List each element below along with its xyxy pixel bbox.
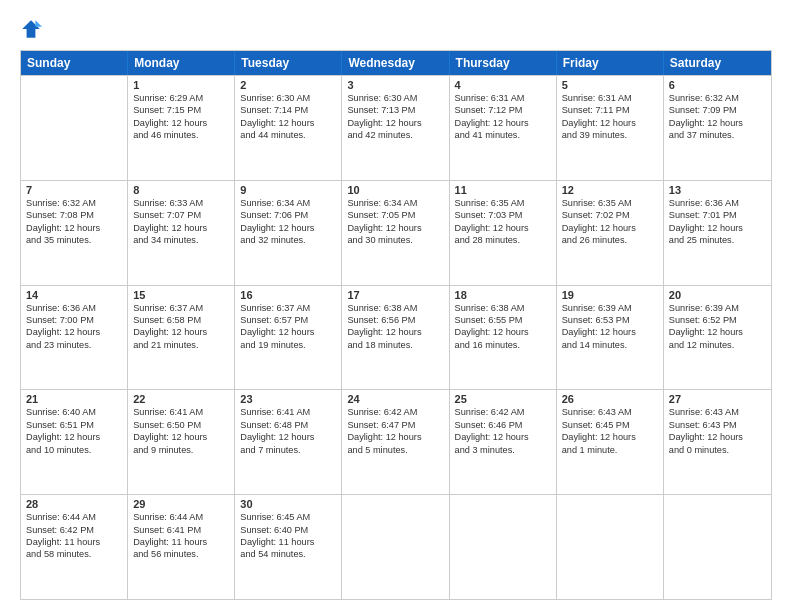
- cell-info: Sunrise: 6:37 AM Sunset: 6:58 PM Dayligh…: [133, 302, 229, 352]
- cell-date: 30: [240, 498, 336, 510]
- cal-header-friday: Friday: [557, 51, 664, 75]
- calendar-cell: 18Sunrise: 6:38 AM Sunset: 6:55 PM Dayli…: [450, 286, 557, 390]
- calendar-cell: [21, 76, 128, 180]
- cell-info: Sunrise: 6:30 AM Sunset: 7:13 PM Dayligh…: [347, 92, 443, 142]
- calendar-cell: 19Sunrise: 6:39 AM Sunset: 6:53 PM Dayli…: [557, 286, 664, 390]
- cell-info: Sunrise: 6:39 AM Sunset: 6:52 PM Dayligh…: [669, 302, 766, 352]
- calendar-cell: 14Sunrise: 6:36 AM Sunset: 7:00 PM Dayli…: [21, 286, 128, 390]
- cell-info: Sunrise: 6:36 AM Sunset: 7:00 PM Dayligh…: [26, 302, 122, 352]
- calendar-cell: [450, 495, 557, 599]
- calendar-cell: 8Sunrise: 6:33 AM Sunset: 7:07 PM Daylig…: [128, 181, 235, 285]
- cell-info: Sunrise: 6:45 AM Sunset: 6:40 PM Dayligh…: [240, 511, 336, 561]
- calendar-cell: 7Sunrise: 6:32 AM Sunset: 7:08 PM Daylig…: [21, 181, 128, 285]
- cal-header-thursday: Thursday: [450, 51, 557, 75]
- cell-date: 17: [347, 289, 443, 301]
- logo-icon: [20, 18, 42, 40]
- cell-info: Sunrise: 6:42 AM Sunset: 6:47 PM Dayligh…: [347, 406, 443, 456]
- cell-date: 6: [669, 79, 766, 91]
- cell-date: 28: [26, 498, 122, 510]
- cell-date: 18: [455, 289, 551, 301]
- calendar-cell: 5Sunrise: 6:31 AM Sunset: 7:11 PM Daylig…: [557, 76, 664, 180]
- cell-date: 23: [240, 393, 336, 405]
- cell-date: 24: [347, 393, 443, 405]
- cell-date: 16: [240, 289, 336, 301]
- calendar-cell: 23Sunrise: 6:41 AM Sunset: 6:48 PM Dayli…: [235, 390, 342, 494]
- cell-info: Sunrise: 6:42 AM Sunset: 6:46 PM Dayligh…: [455, 406, 551, 456]
- calendar-cell: 27Sunrise: 6:43 AM Sunset: 6:43 PM Dayli…: [664, 390, 771, 494]
- cell-info: Sunrise: 6:40 AM Sunset: 6:51 PM Dayligh…: [26, 406, 122, 456]
- cell-info: Sunrise: 6:34 AM Sunset: 7:05 PM Dayligh…: [347, 197, 443, 247]
- cell-info: Sunrise: 6:35 AM Sunset: 7:02 PM Dayligh…: [562, 197, 658, 247]
- cell-date: 8: [133, 184, 229, 196]
- cell-info: Sunrise: 6:38 AM Sunset: 6:56 PM Dayligh…: [347, 302, 443, 352]
- cell-date: 22: [133, 393, 229, 405]
- calendar-cell: [557, 495, 664, 599]
- calendar-cell: 3Sunrise: 6:30 AM Sunset: 7:13 PM Daylig…: [342, 76, 449, 180]
- calendar-cell: 2Sunrise: 6:30 AM Sunset: 7:14 PM Daylig…: [235, 76, 342, 180]
- cell-date: 13: [669, 184, 766, 196]
- cell-date: 26: [562, 393, 658, 405]
- cell-date: 12: [562, 184, 658, 196]
- calendar-cell: [342, 495, 449, 599]
- cell-info: Sunrise: 6:31 AM Sunset: 7:12 PM Dayligh…: [455, 92, 551, 142]
- cal-header-saturday: Saturday: [664, 51, 771, 75]
- calendar-cell: [664, 495, 771, 599]
- cell-date: 25: [455, 393, 551, 405]
- cell-date: 10: [347, 184, 443, 196]
- cell-info: Sunrise: 6:32 AM Sunset: 7:08 PM Dayligh…: [26, 197, 122, 247]
- calendar-week-4: 21Sunrise: 6:40 AM Sunset: 6:51 PM Dayli…: [21, 389, 771, 494]
- calendar-cell: 10Sunrise: 6:34 AM Sunset: 7:05 PM Dayli…: [342, 181, 449, 285]
- cal-header-tuesday: Tuesday: [235, 51, 342, 75]
- calendar: SundayMondayTuesdayWednesdayThursdayFrid…: [20, 50, 772, 600]
- cell-date: 4: [455, 79, 551, 91]
- cal-header-wednesday: Wednesday: [342, 51, 449, 75]
- cell-info: Sunrise: 6:39 AM Sunset: 6:53 PM Dayligh…: [562, 302, 658, 352]
- cell-info: Sunrise: 6:44 AM Sunset: 6:42 PM Dayligh…: [26, 511, 122, 561]
- cell-date: 29: [133, 498, 229, 510]
- cell-info: Sunrise: 6:36 AM Sunset: 7:01 PM Dayligh…: [669, 197, 766, 247]
- cell-info: Sunrise: 6:41 AM Sunset: 6:50 PM Dayligh…: [133, 406, 229, 456]
- calendar-cell: 25Sunrise: 6:42 AM Sunset: 6:46 PM Dayli…: [450, 390, 557, 494]
- calendar-cell: 11Sunrise: 6:35 AM Sunset: 7:03 PM Dayli…: [450, 181, 557, 285]
- cell-date: 5: [562, 79, 658, 91]
- cell-date: 2: [240, 79, 336, 91]
- cell-info: Sunrise: 6:29 AM Sunset: 7:15 PM Dayligh…: [133, 92, 229, 142]
- calendar-cell: 12Sunrise: 6:35 AM Sunset: 7:02 PM Dayli…: [557, 181, 664, 285]
- calendar-cell: 9Sunrise: 6:34 AM Sunset: 7:06 PM Daylig…: [235, 181, 342, 285]
- calendar-cell: 1Sunrise: 6:29 AM Sunset: 7:15 PM Daylig…: [128, 76, 235, 180]
- calendar-week-1: 1Sunrise: 6:29 AM Sunset: 7:15 PM Daylig…: [21, 75, 771, 180]
- calendar-cell: 22Sunrise: 6:41 AM Sunset: 6:50 PM Dayli…: [128, 390, 235, 494]
- cell-info: Sunrise: 6:41 AM Sunset: 6:48 PM Dayligh…: [240, 406, 336, 456]
- svg-marker-1: [35, 20, 42, 27]
- cell-date: 27: [669, 393, 766, 405]
- cell-info: Sunrise: 6:30 AM Sunset: 7:14 PM Dayligh…: [240, 92, 336, 142]
- cell-date: 20: [669, 289, 766, 301]
- cell-info: Sunrise: 6:35 AM Sunset: 7:03 PM Dayligh…: [455, 197, 551, 247]
- calendar-week-3: 14Sunrise: 6:36 AM Sunset: 7:00 PM Dayli…: [21, 285, 771, 390]
- cell-date: 11: [455, 184, 551, 196]
- cell-date: 3: [347, 79, 443, 91]
- cell-info: Sunrise: 6:44 AM Sunset: 6:41 PM Dayligh…: [133, 511, 229, 561]
- calendar-week-5: 28Sunrise: 6:44 AM Sunset: 6:42 PM Dayli…: [21, 494, 771, 599]
- cell-date: 14: [26, 289, 122, 301]
- cal-header-sunday: Sunday: [21, 51, 128, 75]
- cell-date: 9: [240, 184, 336, 196]
- calendar-cell: 21Sunrise: 6:40 AM Sunset: 6:51 PM Dayli…: [21, 390, 128, 494]
- calendar-cell: 24Sunrise: 6:42 AM Sunset: 6:47 PM Dayli…: [342, 390, 449, 494]
- page: SundayMondayTuesdayWednesdayThursdayFrid…: [0, 0, 792, 612]
- cell-info: Sunrise: 6:34 AM Sunset: 7:06 PM Dayligh…: [240, 197, 336, 247]
- cal-header-monday: Monday: [128, 51, 235, 75]
- calendar-header-row: SundayMondayTuesdayWednesdayThursdayFrid…: [21, 51, 771, 75]
- cell-info: Sunrise: 6:38 AM Sunset: 6:55 PM Dayligh…: [455, 302, 551, 352]
- cell-info: Sunrise: 6:32 AM Sunset: 7:09 PM Dayligh…: [669, 92, 766, 142]
- cell-date: 7: [26, 184, 122, 196]
- calendar-week-2: 7Sunrise: 6:32 AM Sunset: 7:08 PM Daylig…: [21, 180, 771, 285]
- logo: [20, 18, 44, 40]
- calendar-cell: 16Sunrise: 6:37 AM Sunset: 6:57 PM Dayli…: [235, 286, 342, 390]
- calendar-cell: 17Sunrise: 6:38 AM Sunset: 6:56 PM Dayli…: [342, 286, 449, 390]
- cell-date: 15: [133, 289, 229, 301]
- calendar-cell: 13Sunrise: 6:36 AM Sunset: 7:01 PM Dayli…: [664, 181, 771, 285]
- cell-info: Sunrise: 6:33 AM Sunset: 7:07 PM Dayligh…: [133, 197, 229, 247]
- calendar-body: 1Sunrise: 6:29 AM Sunset: 7:15 PM Daylig…: [21, 75, 771, 599]
- header: [20, 18, 772, 40]
